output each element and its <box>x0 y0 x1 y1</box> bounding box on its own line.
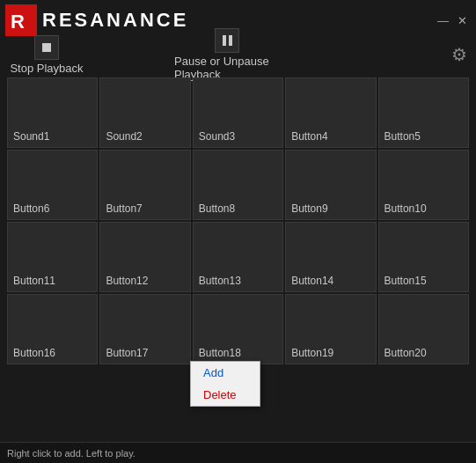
sound-button-14[interactable]: Button14 <box>285 222 376 292</box>
sound-button-2[interactable]: Sound2 <box>99 77 190 148</box>
sound-button-5[interactable]: Button5 <box>378 77 469 148</box>
sound-button-19[interactable]: Button19 <box>285 294 376 364</box>
settings-button[interactable]: ⚙ <box>451 44 467 65</box>
sound-grid: Sound1Sound2Sound3Button4Button5Button6B… <box>4 74 472 368</box>
sound-button-4[interactable]: Button4 <box>285 77 376 148</box>
sound-button-3[interactable]: Sound3 <box>193 77 283 148</box>
close-button[interactable]: ✕ <box>458 14 467 27</box>
sound-button-12[interactable]: Button12 <box>99 222 190 292</box>
sound-button-17[interactable]: Button17 <box>99 294 190 364</box>
sound-button-9[interactable]: Button9 <box>285 150 376 220</box>
pause-icon <box>215 28 239 53</box>
sound-button-7[interactable]: Button7 <box>99 150 190 220</box>
window-controls: — ✕ <box>437 14 467 27</box>
sound-button-10[interactable]: Button10 <box>378 150 469 220</box>
pause-bar-left <box>223 35 226 46</box>
sound-button-15[interactable]: Button15 <box>378 222 469 292</box>
toolbar: Stop Playback Pause or Unpause Playback … <box>0 35 476 74</box>
stop-playback-button[interactable]: Stop Playback <box>7 35 86 75</box>
sound-button-13[interactable]: Button13 <box>193 222 283 292</box>
stop-icon <box>34 35 59 60</box>
sound-button-6[interactable]: Button6 <box>7 150 98 220</box>
svg-text:R: R <box>11 11 25 33</box>
status-text: Right click to add. Left to play. <box>7 448 135 459</box>
stop-playback-label: Stop Playback <box>10 62 83 75</box>
sound-button-20[interactable]: Button20 <box>378 294 469 364</box>
context-menu-add[interactable]: Add <box>191 362 260 384</box>
status-bar: Right click to add. Left to play. <box>0 442 476 463</box>
app-logo-icon: R <box>5 4 37 36</box>
sound-button-16[interactable]: Button16 <box>7 294 98 364</box>
sound-button-1[interactable]: Sound1 <box>7 77 98 148</box>
context-menu: Add Delete <box>190 361 260 407</box>
context-menu-delete[interactable]: Delete <box>191 384 260 406</box>
pause-bar-right <box>229 35 232 46</box>
sound-button-8[interactable]: Button8 <box>193 150 283 220</box>
sound-button-11[interactable]: Button11 <box>7 222 98 292</box>
stop-square-icon <box>42 43 51 52</box>
logo-area: R RESANANCE <box>5 4 188 36</box>
app-title: RESANANCE <box>42 9 188 32</box>
minimize-button[interactable]: — <box>437 14 449 27</box>
pause-playback-button[interactable]: Pause or Unpause Playback <box>174 28 280 81</box>
sound-button-18[interactable]: Button18 <box>193 294 283 364</box>
